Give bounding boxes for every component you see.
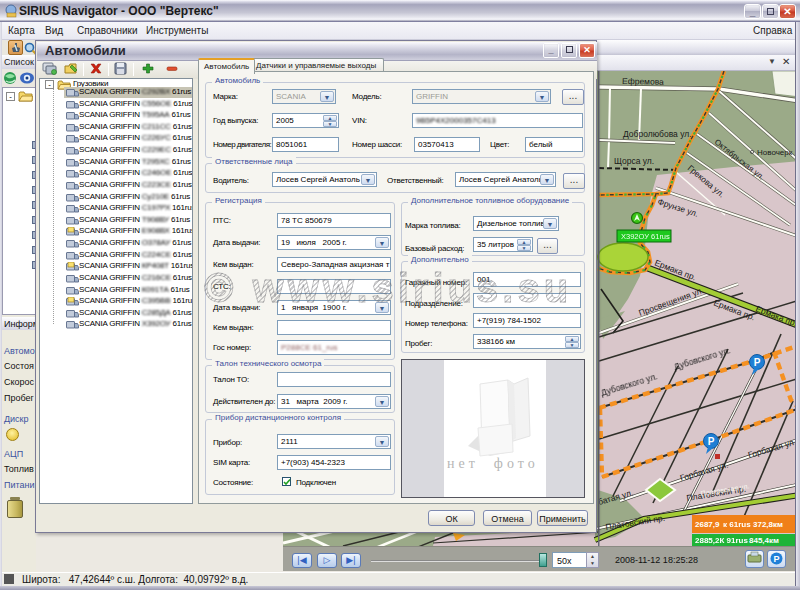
svg-text:Ефремова: Ефремова xyxy=(622,76,664,87)
svg-text:P: P xyxy=(708,436,715,447)
svg-text:P: P xyxy=(754,357,761,368)
svg-text:Новочерк: Новочерк xyxy=(757,148,793,157)
svg-text:Х392ОУ 61rus: Х392ОУ 61rus xyxy=(621,232,670,241)
svg-text:Добролюбова ул.: Добролюбова ул. xyxy=(623,129,692,139)
svg-text:372,8км: 372,8км xyxy=(753,520,783,529)
svg-text:2687,9: 2687,9 xyxy=(695,520,720,529)
svg-text:к 61rus: к 61rus xyxy=(723,520,751,529)
svg-text:Щорса ул.: Щорса ул. xyxy=(614,156,654,166)
svg-text:2885,2К 91rus: 2885,2К 91rus xyxy=(695,536,748,545)
svg-text:845,4км: 845,4км xyxy=(749,536,779,545)
svg-text:P: P xyxy=(773,554,779,564)
